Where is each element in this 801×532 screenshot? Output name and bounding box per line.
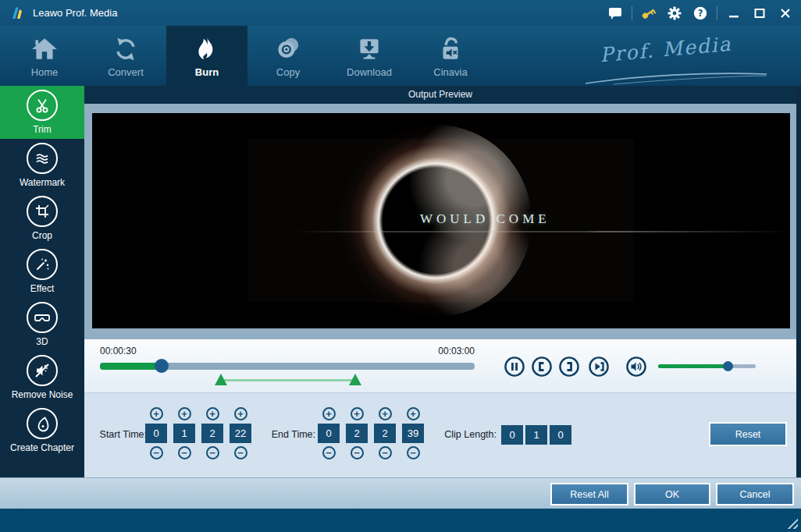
increment-button[interactable]: + <box>322 407 336 420</box>
decrement-button[interactable]: − <box>234 446 247 459</box>
pause-button[interactable] <box>504 356 525 378</box>
current-time-label: 00:00:30 <box>100 346 137 356</box>
app-window: Leawo Prof. Media ? <box>0 0 801 532</box>
end-time-label: End Time: <box>264 429 315 440</box>
window-right-border <box>796 86 801 477</box>
volume-level <box>658 364 728 368</box>
tab-download[interactable]: Download <box>329 26 410 86</box>
3d-glasses-icon <box>27 302 58 333</box>
tab-copy[interactable]: Copy <box>247 26 329 86</box>
video-screen: WOULD COME <box>92 113 790 328</box>
end-time-value[interactable]: 0 <box>318 424 340 443</box>
cancel-button[interactable]: Cancel <box>716 483 794 505</box>
reset-button[interactable]: Reset <box>709 422 787 446</box>
decrement-button[interactable]: − <box>178 446 191 459</box>
increment-button[interactable]: + <box>234 407 247 420</box>
start-time-value[interactable]: 0 <box>145 424 167 443</box>
tab-label: Download <box>347 66 392 78</box>
timeline-row: 00:00:30 00:03:00 <box>84 339 796 392</box>
increment-button[interactable]: + <box>351 407 364 420</box>
increment-button[interactable]: + <box>379 407 392 420</box>
tab-convert[interactable]: Convert <box>85 26 166 86</box>
play-clip-button[interactable] <box>588 356 610 378</box>
lens-flare <box>295 231 790 232</box>
ok-button[interactable]: OK <box>634 483 710 505</box>
register-key-icon[interactable] <box>639 5 658 22</box>
feedback-bubble-icon[interactable] <box>606 5 625 22</box>
main-nav: Home Convert Burn Copy Download Cinavia <box>0 26 801 86</box>
sidebar-item-remove-noise[interactable]: Remove Noise <box>0 351 84 404</box>
reset-all-button[interactable]: Reset All <box>550 483 628 505</box>
start-time-value[interactable]: 2 <box>201 424 223 443</box>
close-icon[interactable] <box>776 5 795 22</box>
increment-button[interactable]: + <box>407 407 420 420</box>
window-title: Leawo Prof. Media <box>33 7 117 19</box>
start-time-label: Start Time: <box>92 429 147 440</box>
leawo-logo <box>10 5 26 21</box>
start-time-digit-group: + 22 − <box>230 407 251 459</box>
decrement-button[interactable]: − <box>351 446 364 459</box>
end-time-digit-group: + 2 − <box>346 407 368 459</box>
increment-button[interactable]: + <box>178 407 191 420</box>
status-bar <box>0 509 801 532</box>
download-icon <box>354 34 384 64</box>
help-icon[interactable]: ? <box>691 5 710 22</box>
increment-button[interactable]: + <box>150 407 163 420</box>
clip-length-value: 1 <box>525 425 547 445</box>
brand-script: Prof. Media <box>568 30 764 69</box>
start-time-digit-group: + 1 − <box>173 407 195 459</box>
volume-slider[interactable] <box>658 364 756 368</box>
seek-bar[interactable] <box>100 363 475 370</box>
svg-text:?: ? <box>698 8 703 19</box>
trim-range-line <box>221 379 355 381</box>
trim-start-handle[interactable] <box>215 374 227 385</box>
chapter-pen-icon <box>27 408 58 439</box>
seek-thumb[interactable] <box>155 359 169 373</box>
decrement-button[interactable]: − <box>206 446 219 459</box>
start-time-value[interactable]: 1 <box>173 424 195 443</box>
burn-flame-icon <box>192 34 222 64</box>
settings-gear-icon[interactable] <box>665 5 684 22</box>
convert-icon <box>111 34 141 64</box>
sidebar-item-3d[interactable]: 3D <box>0 298 84 351</box>
tab-cinavia[interactable]: Cinavia <box>410 26 491 86</box>
start-time-digit-group: + 0 − <box>145 407 167 459</box>
sidebar-item-trim[interactable]: Trim <box>0 86 84 139</box>
trim-settings-panel: Start Time: + 0 − + 1 − + 2 − + 22 − End <box>84 392 796 477</box>
brand-underline <box>582 69 770 87</box>
crop-icon <box>27 196 58 227</box>
volume-button[interactable] <box>625 356 647 378</box>
sidebar-item-create-chapter[interactable]: Create Chapter <box>0 404 84 457</box>
set-start-button[interactable] <box>531 356 553 378</box>
tab-label: Burn <box>195 66 219 78</box>
decrement-button[interactable]: − <box>322 446 336 459</box>
sidebar-item-watermark[interactable]: Watermark <box>0 139 84 192</box>
tab-home[interactable]: Home <box>4 26 85 86</box>
end-time-value[interactable]: 2 <box>346 424 368 443</box>
decrement-button[interactable]: − <box>150 446 163 459</box>
resize-grip[interactable] <box>785 516 798 529</box>
maximize-icon[interactable] <box>750 5 769 22</box>
tab-burn[interactable]: Burn <box>166 26 247 86</box>
sidebar-item-effect[interactable]: Effect <box>0 245 84 298</box>
set-end-button[interactable] <box>558 356 580 378</box>
increment-button[interactable]: + <box>206 407 219 420</box>
cinavia-lock-icon <box>436 34 465 64</box>
minimize-icon[interactable] <box>724 5 743 22</box>
end-time-value[interactable]: 39 <box>402 424 424 443</box>
trim-end-handle[interactable] <box>349 374 361 385</box>
start-time-value[interactable]: 22 <box>230 424 251 443</box>
home-icon <box>30 34 59 64</box>
decrement-button[interactable]: − <box>379 446 392 459</box>
decrement-button[interactable]: − <box>407 446 420 459</box>
clip-length-value: 0 <box>501 425 523 445</box>
clip-length-value: 0 <box>550 425 571 445</box>
sidebar-item-crop[interactable]: Crop <box>0 192 84 245</box>
start-time-digit-group: + 2 − <box>201 407 223 459</box>
end-time-digit-group: + 2 − <box>374 407 396 459</box>
seek-progress <box>100 363 162 370</box>
titlebar-separator <box>632 6 632 20</box>
waves-icon <box>27 143 58 174</box>
end-time-value[interactable]: 2 <box>374 424 396 443</box>
volume-thumb[interactable] <box>723 361 733 371</box>
